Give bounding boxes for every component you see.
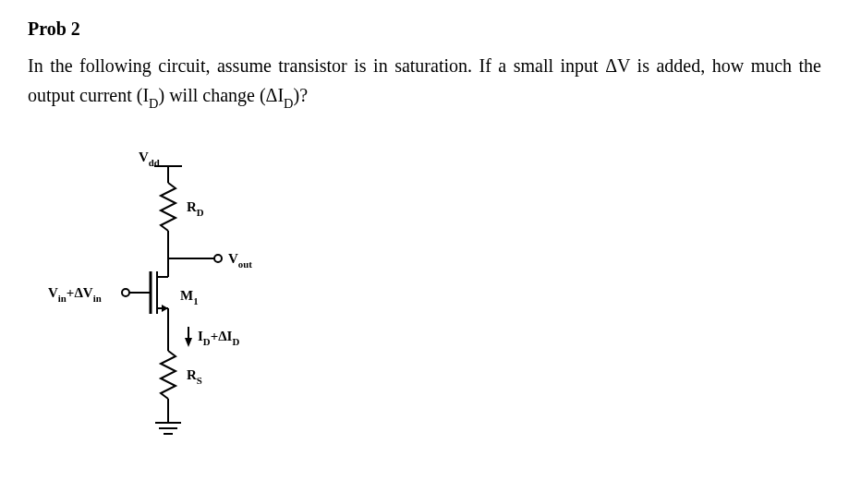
label-vdd-v: V [139, 150, 149, 164]
circuit-diagram: Vdd RD Vout Vin+ΔVin M1 ID+ΔID RS [30, 150, 307, 463]
delta-symbol: Δ [605, 55, 617, 76]
svg-point-11 [122, 289, 129, 296]
label-rs-sub: S [197, 375, 202, 386]
prompt-text: ) will change ( [158, 85, 265, 105]
label-m1: M1 [180, 288, 199, 306]
problem-statement: In the following circuit, assume transis… [28, 51, 821, 113]
label-vout-sub: out [238, 258, 252, 270]
label-rs: RS [187, 367, 202, 385]
label-id: ID+ΔID [198, 329, 239, 346]
prompt-text: is [630, 55, 649, 76]
label-rs-r: R [187, 367, 197, 382]
svg-marker-12 [162, 305, 168, 312]
label-vin-sub2: in [93, 293, 102, 304]
label-id-deltai: ΔI [218, 329, 232, 343]
label-vout-v: V [228, 251, 238, 266]
circuit-svg [30, 150, 307, 463]
svg-marker-15 [185, 338, 192, 347]
label-id-i: I [198, 329, 203, 343]
label-vout: Vout [228, 251, 252, 269]
label-vin-deltav: ΔV [74, 285, 92, 300]
svg-point-4 [214, 255, 222, 262]
subscript-d: D [284, 96, 293, 111]
prompt-text: In the following circuit, assume transis… [28, 55, 605, 76]
problem-heading: Prob 2 [28, 18, 821, 40]
subscript-d: D [149, 96, 158, 111]
label-vdd-sub: dd [149, 157, 160, 168]
label-m1-m: M [180, 288, 193, 303]
label-rd: RD [187, 199, 204, 217]
label-rd-sub: D [197, 207, 204, 218]
delta-i-symbol: ΔI [266, 85, 285, 105]
label-vin-v: V [48, 285, 58, 300]
label-rd-r: R [187, 199, 197, 214]
label-m1-sub: 1 [193, 295, 198, 306]
label-vin-sub: in [58, 293, 67, 304]
label-vin: Vin+ΔVin [48, 285, 102, 303]
label-id-sub: D [203, 336, 211, 347]
label-id-sub2: D [232, 336, 239, 347]
label-vdd: Vdd [139, 150, 160, 167]
label-id-plus: + [211, 329, 219, 343]
v-symbol: V [617, 55, 630, 76]
prompt-text: )? [294, 85, 309, 105]
